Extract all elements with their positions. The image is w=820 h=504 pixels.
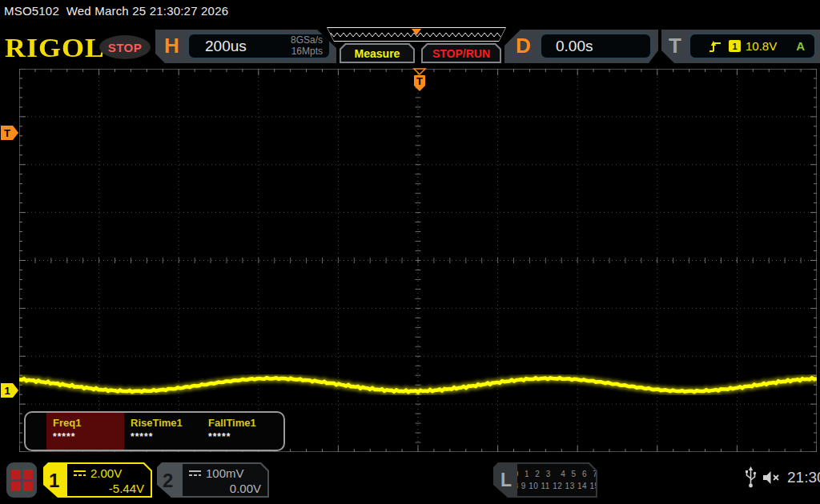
measure-button[interactable]: Measure (340, 43, 415, 63)
delay-value: 0.00s (556, 38, 593, 55)
speaker-muted-icon[interactable] (762, 470, 781, 486)
dc-coupling-icon (73, 470, 86, 478)
svg-text:T: T (4, 127, 10, 139)
timebase-value: 200us (205, 38, 247, 55)
trigger-source-badge: 1 (729, 40, 741, 52)
ch2-scale: 100mV (206, 466, 244, 480)
ch1-offset: -5.44V (67, 482, 151, 495)
channel-2-number: 2 (163, 470, 173, 492)
preview-waveform-icon (328, 28, 505, 41)
trigger-position-marker[interactable]: T (411, 68, 428, 95)
trigger-sweep-mode: A (796, 39, 805, 53)
measurement-risetime1[interactable]: RiseTime1 ***** (124, 413, 202, 450)
run-state-badge: STOP (99, 35, 151, 59)
horizontal-settings-box[interactable]: H 200us 8GSa/s16Mpts (155, 30, 336, 63)
svg-text:1: 1 (4, 385, 10, 397)
model-and-datetime: MSO5102 Wed March 25 21:30:27 2026 (4, 4, 228, 18)
trigger-level-value: 10.8V (746, 39, 777, 53)
menu-grid-icon (11, 470, 33, 491)
stop-run-button[interactable]: STOP/RUN (421, 43, 501, 63)
delay-settings-box[interactable]: D 0.00s (504, 30, 658, 63)
channel-1-number: 1 (49, 470, 59, 492)
rigol-logo: RIGOL (5, 33, 105, 64)
graticule (19, 69, 817, 452)
horizontal-label: H (164, 34, 179, 58)
channel-2-block[interactable]: 2 100mV 0.00V (157, 462, 269, 498)
logic-label: L (500, 470, 512, 491)
measurement-panel: Freq1 ***** RiseTime1 ***** FallTime1 **… (24, 411, 285, 451)
measurement-freq1[interactable]: Freq1 ***** (46, 413, 124, 450)
clock: 21:30 (787, 469, 820, 486)
trigger-level-marker[interactable]: T (1, 125, 19, 141)
measurement-falltime1[interactable]: FallTime1 ***** (202, 413, 279, 450)
ch2-offset: 0.00V (183, 482, 267, 495)
acquisition-info: 8GSa/s16Mpts (291, 35, 323, 58)
ch1-waveform (19, 69, 817, 452)
rising-edge-trigger-icon (708, 40, 722, 53)
waveform-preview-strip[interactable] (327, 27, 506, 42)
channel-1-block[interactable]: 1 2.00V -5.44V (43, 462, 152, 498)
dc-coupling-icon (188, 470, 202, 478)
delay-label: D (516, 34, 531, 58)
ch1-scale: 2.00V (90, 466, 122, 480)
logic-channels-block[interactable]: L 0 1 2 3 4 5 6 7 8 9 10 11 12 13 14 15 (493, 462, 597, 498)
usb-icon (745, 466, 757, 489)
logic-channels-row1: 0 1 2 3 4 5 6 7 (514, 468, 600, 481)
trigger-settings-box[interactable]: T 1 10.8V A (661, 30, 820, 63)
menu-button[interactable] (6, 462, 37, 498)
svg-text:T: T (416, 75, 423, 87)
logic-channels-row2: 8 9 10 11 12 13 14 15 (513, 480, 599, 493)
oscilloscope-screen: MSO5102 Wed March 25 21:30:27 2026 RIGOL… (0, 0, 820, 504)
trigger-label: T (669, 34, 681, 58)
ch1-ground-marker[interactable]: 1 (1, 382, 19, 398)
